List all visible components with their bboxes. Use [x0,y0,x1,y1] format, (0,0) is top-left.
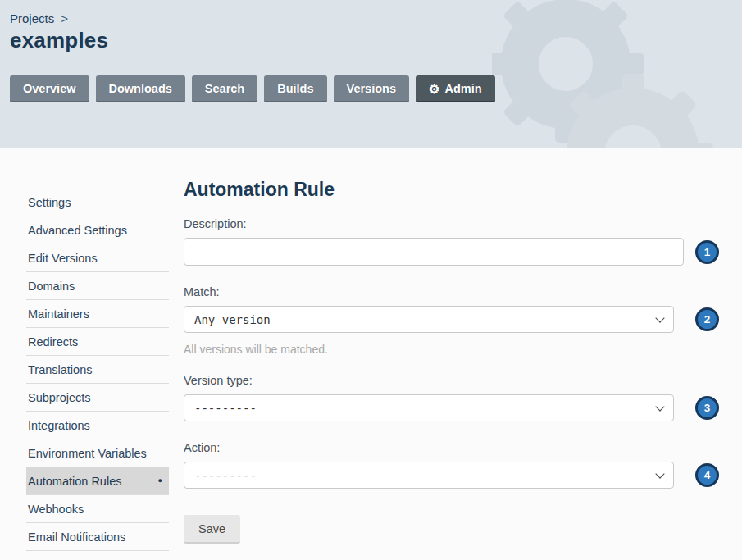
sidebar-item-label: Maintainers [28,307,89,321]
sidebar-item-label: Domains [28,280,75,293]
match-label: Match: [184,285,725,298]
match-help-text: All versions will be matched. [184,343,725,356]
nav-tab-builds[interactable]: Builds [264,75,326,102]
action-select[interactable]: --------- [184,462,674,489]
page-title: examples [10,28,742,53]
sidebar-item-label: Email Notifications [28,530,125,544]
annotation-badge-2: 2 [695,307,719,331]
nav-tab-search[interactable]: Search [192,75,257,102]
sidebar-item-label: Automation Rules [28,475,121,488]
version-type-select-value: --------- [194,402,257,415]
sidebar-item-label: Integrations [28,419,90,432]
sidebar-item-advanced-settings[interactable]: Advanced Settings [26,216,169,244]
match-select-value: Any version [194,313,271,326]
nav-tab-downloads[interactable]: Downloads [96,75,185,102]
description-input[interactable] [184,238,684,266]
sidebar-item-label: Subprojects [28,391,91,404]
sidebar-item-label: Webhooks [28,503,84,516]
sidebar-item-translations[interactable]: Translations [26,356,169,384]
breadcrumb: Projects > [10,11,742,25]
version-type-select[interactable]: --------- [184,394,674,421]
annotation-badge-3: 3 [695,396,719,420]
project-nav: Overview Downloads Search Builds Version… [10,75,742,102]
sidebar-item-label: Translations [28,363,92,376]
sidebar-item-label: Edit Versions [28,252,98,265]
sidebar-item-maintainers[interactable]: Maintainers [26,300,169,328]
sidebar-item-redirects[interactable]: Redirects [26,328,169,356]
breadcrumb-projects-link[interactable]: Projects [10,11,54,25]
match-select[interactable]: Any version [184,306,674,333]
form-title: Automation Rule [184,179,725,201]
action-label: Action: [184,441,725,454]
description-label: Description: [184,217,725,230]
nav-tab-admin[interactable]: ⚙ Admin [416,75,495,102]
chevron-down-icon [655,469,664,478]
page: Projects > examples Overview Downloads S… [0,0,742,560]
sidebar-item-label: Advanced Settings [28,224,127,237]
sidebar-item-webhooks[interactable]: Webhooks [26,495,169,523]
sidebar-item-email-notifications[interactable]: Email Notifications [26,523,169,551]
sidebar-item-traffic-analytics[interactable]: Traffic Analytics [26,551,169,560]
version-type-row: --------- 3 [184,394,725,421]
gear-icon: ⚙ [429,83,439,95]
save-button[interactable]: Save [184,515,240,544]
automation-rule-form: Automation Rule Description: 1 Match: An… [184,179,725,544]
sidebar-item-label: Environment Variables [28,447,147,460]
version-type-label: Version type: [184,374,725,387]
chevron-down-icon [655,402,664,411]
breadcrumb-separator: > [61,11,68,25]
annotation-badge-1: 1 [695,240,719,264]
sidebar-item-automation-rules[interactable]: Automation Rules ● [26,467,169,495]
sidebar-item-label: Settings [28,196,71,209]
active-item-bullet-icon: ● [158,477,162,485]
action-select-value: --------- [194,469,257,482]
description-row: 1 [184,238,725,266]
annotation-badge-4: 4 [695,463,719,487]
admin-sidebar: Settings Advanced Settings Edit Versions… [26,189,169,560]
chevron-down-icon [655,313,664,322]
sidebar-item-integrations[interactable]: Integrations [26,412,169,439]
match-row: Any version 2 [184,306,725,333]
nav-tab-admin-label: Admin [444,82,481,95]
sidebar-item-settings[interactable]: Settings [26,189,169,216]
sidebar-item-domains[interactable]: Domains [26,272,169,300]
sidebar-item-environment-variables[interactable]: Environment Variables [26,439,169,467]
nav-tab-versions[interactable]: Versions [334,75,409,102]
project-header: Projects > examples Overview Downloads S… [0,0,742,148]
nav-tab-overview[interactable]: Overview [10,75,89,102]
sidebar-item-edit-versions[interactable]: Edit Versions [26,244,169,272]
sidebar-item-label: Redirects [28,335,78,348]
action-row: --------- 4 [184,462,725,489]
sidebar-item-subprojects[interactable]: Subprojects [26,384,169,412]
content-area: Settings Advanced Settings Edit Versions… [0,148,742,560]
